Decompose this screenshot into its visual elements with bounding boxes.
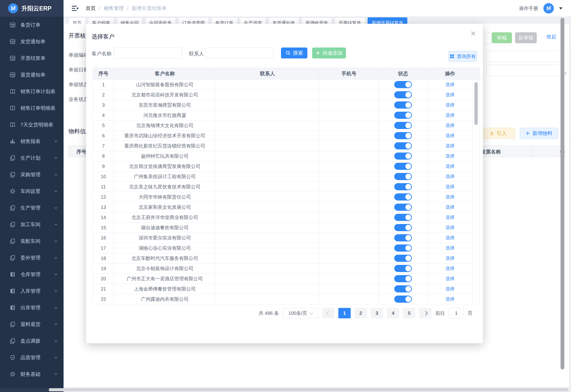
horizontal-scrollbar-thumb[interactable] (49, 388, 569, 391)
status-toggle[interactable] (394, 255, 412, 262)
status-toggle[interactable] (394, 112, 412, 119)
unaudit-button[interactable]: 反审核 (515, 32, 537, 43)
sidebar-item[interactable]: 销售订单计划表 (0, 83, 63, 100)
status-toggle[interactable] (394, 193, 412, 200)
select-link[interactable]: 选择 (428, 212, 473, 223)
select-link[interactable]: 选择 (428, 274, 473, 284)
status-toggle[interactable] (394, 153, 412, 160)
select-link[interactable]: 选择 (428, 294, 473, 304)
select-link[interactable]: 选择 (428, 171, 473, 182)
select-link[interactable]: 选择 (428, 284, 473, 294)
status-toggle[interactable] (394, 295, 412, 303)
select-link[interactable]: 选择 (428, 202, 473, 212)
select-link[interactable]: 选择 (428, 264, 473, 274)
select-link[interactable]: 选择 (428, 233, 473, 243)
status-toggle[interactable] (394, 173, 412, 180)
select-link[interactable]: 选择 (428, 90, 473, 100)
collapse-menu-icon[interactable] (71, 5, 78, 11)
status-toggle[interactable] (394, 265, 412, 272)
user-menu-caret-icon[interactable] (559, 7, 562, 10)
status-toggle[interactable] (394, 101, 412, 109)
sidebar-item[interactable]: 入库管理 (0, 283, 63, 299)
prev-page-button[interactable] (322, 308, 334, 318)
select-link[interactable]: 选择 (428, 161, 473, 171)
select-link[interactable]: 选择 (428, 192, 473, 202)
select-link[interactable]: 选择 (428, 182, 473, 192)
sidebar-item[interactable]: 销售报表 (0, 133, 63, 150)
status-toggle[interactable] (394, 132, 412, 139)
status-toggle[interactable] (394, 285, 412, 293)
search-button[interactable]: 搜索 (281, 47, 307, 58)
select-link[interactable]: 选择 (428, 223, 473, 233)
select-link[interactable]: 选择 (428, 253, 473, 264)
table-scrollbar-thumb[interactable] (474, 82, 478, 125)
breadcrumb-item[interactable]: 销售管理 (104, 5, 124, 12)
status-toggle[interactable] (394, 234, 412, 241)
select-link[interactable]: 选择 (428, 80, 473, 90)
select-link[interactable]: 选择 (428, 131, 473, 141)
status-toggle[interactable] (394, 214, 412, 221)
contact-input[interactable] (206, 47, 273, 58)
page-button-4[interactable]: 4 (387, 308, 399, 318)
page-button-2[interactable]: 2 (355, 308, 367, 318)
sidebar-item[interactable]: 退货通知单 (0, 67, 63, 83)
sidebar-item[interactable]: 生产计划 (0, 150, 63, 166)
audit-button[interactable]: 审核 (492, 32, 512, 43)
collapse-link[interactable]: 收起 (546, 33, 556, 40)
status-toggle[interactable] (394, 224, 412, 231)
sidebar-item[interactable]: 装配车间 (0, 233, 63, 250)
status-toggle[interactable] (394, 244, 412, 252)
next-page-button[interactable] (419, 308, 432, 318)
sidebar-item[interactable]: 仓库管理 (0, 266, 63, 283)
sidebar-item[interactable]: 加工车间 (0, 216, 63, 233)
sidebar-item[interactable]: 出库管理 (0, 299, 63, 316)
sidebar-item[interactable]: 委外管理 (0, 250, 63, 266)
sidebar-item[interactable]: 7天交货明细表 (0, 116, 63, 133)
status-toggle[interactable] (394, 142, 412, 149)
row-index: 11 (93, 182, 114, 192)
sidebar-item[interactable]: 备货订单 (0, 17, 63, 33)
user-avatar[interactable]: M (543, 2, 555, 14)
status-toggle[interactable] (394, 81, 412, 88)
remark-textarea[interactable] (487, 65, 568, 76)
page-button-1[interactable]: 1 (338, 308, 351, 318)
manual-link[interactable]: 操作手册 (519, 5, 538, 12)
goto-page-input[interactable] (449, 308, 464, 318)
select-link[interactable]: 选择 (428, 110, 473, 120)
page-size-select[interactable]: 100条/页 (283, 308, 318, 318)
sidebar-item[interactable]: 品质管理 (0, 349, 63, 366)
sidebar-item[interactable]: 发货通知单 (0, 33, 63, 50)
customer-name-input[interactable] (114, 47, 182, 58)
sidebar-item[interactable]: 采购管理 (0, 166, 63, 183)
customer-name: 广州市正大有一居酒店管理有限公司 (114, 274, 216, 284)
status-toggle[interactable] (394, 275, 412, 282)
sidebar-item[interactable]: 开票结算单 (0, 50, 63, 67)
close-icon[interactable] (470, 30, 477, 37)
add-material-button[interactable]: 新增物料 (520, 128, 558, 139)
phone-cell (319, 223, 379, 233)
vertical-scrollbar-thumb[interactable] (560, 18, 564, 369)
sidebar-item[interactable]: 销售订单明细表 (0, 100, 63, 116)
status-toggle[interactable] (394, 204, 412, 211)
status-toggle[interactable] (394, 91, 412, 98)
breadcrumb-item[interactable]: 首页 (86, 5, 96, 12)
import-button[interactable]: 引入 (481, 128, 515, 139)
select-link[interactable]: 选择 (428, 100, 473, 110)
sidebar-item[interactable]: 车间设置 (0, 183, 63, 200)
sidebar-item[interactable]: 盘点调拨 (0, 333, 63, 349)
status-toggle[interactable] (394, 183, 412, 190)
doc-date-input[interactable] (487, 51, 568, 62)
quick-add-button[interactable]: 快速添加 (312, 47, 346, 58)
select-link[interactable]: 选择 (428, 120, 473, 131)
sidebar-item[interactable]: 退料退货 (0, 316, 63, 333)
page-button-3[interactable]: 3 (371, 308, 383, 318)
select-link[interactable]: 选择 (428, 243, 473, 253)
status-toggle[interactable] (394, 122, 412, 129)
sidebar-item[interactable]: 生产管理 (0, 200, 63, 216)
page-button-5[interactable]: 5 (403, 308, 415, 318)
select-link[interactable]: 选择 (428, 151, 473, 161)
sidebar-item[interactable]: 财务基础 (0, 366, 63, 382)
query-all-button[interactable]: 查询所有 (449, 51, 477, 62)
select-link[interactable]: 选择 (428, 141, 473, 151)
status-toggle[interactable] (394, 163, 412, 170)
